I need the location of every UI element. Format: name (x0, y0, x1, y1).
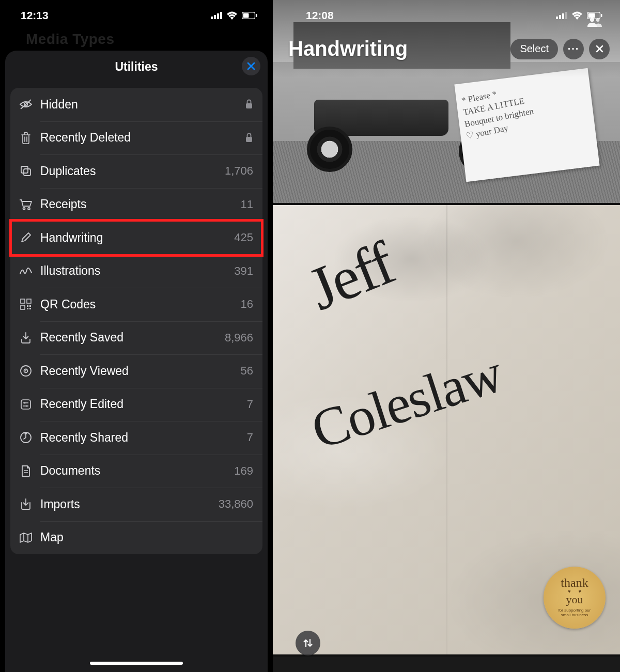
row-count: 16 (241, 298, 253, 311)
utility-row-recently-viewed[interactable]: Recently Viewed56 (10, 354, 262, 388)
svg-point-40 (590, 18, 594, 22)
wifi-icon (226, 11, 238, 20)
cellular-icon (556, 12, 567, 19)
utility-row-hidden[interactable]: Hidden (10, 88, 262, 121)
close-album-button[interactable] (589, 39, 610, 59)
utility-row-duplicates[interactable]: Duplicates1,706 (10, 154, 262, 188)
svg-rect-21 (29, 308, 31, 309)
svg-rect-12 (24, 169, 30, 176)
sort-button[interactable] (296, 631, 320, 655)
svg-rect-20 (27, 308, 28, 309)
sheet-title: Utilities (115, 60, 158, 74)
home-indicator (90, 662, 183, 665)
trash-icon (18, 132, 34, 144)
svg-point-24 (25, 370, 27, 372)
duplicate-icon (18, 165, 34, 177)
more-button[interactable]: ··· (563, 39, 584, 59)
close-icon (247, 62, 255, 70)
svg-rect-9 (246, 103, 252, 108)
battery-icon (242, 12, 257, 19)
row-label: Map (40, 530, 253, 544)
svg-rect-34 (559, 15, 561, 19)
left-screenshot: 12:13 Media Types Utilities HiddenRecent… (0, 0, 273, 672)
photo-column: * Please *TAKE A LITTLEBouquet to bright… (273, 0, 620, 672)
svg-rect-33 (556, 17, 558, 19)
cellular-icon (211, 12, 222, 19)
map-icon (18, 532, 34, 543)
svg-rect-0 (211, 17, 213, 19)
svg-rect-16 (27, 299, 31, 303)
select-button[interactable]: Select (510, 39, 558, 59)
svg-rect-6 (256, 14, 257, 17)
share-clock-icon (18, 431, 34, 444)
sheet-header: Utilities (5, 51, 268, 83)
row-label: Recently Deleted (40, 131, 245, 145)
row-label: Imports (40, 497, 219, 511)
svg-rect-10 (246, 137, 252, 142)
utility-row-handwriting[interactable]: Handwriting425 (10, 221, 262, 255)
status-right (211, 11, 257, 20)
pencil-icon (18, 232, 34, 243)
status-bar: 12:13 (0, 0, 273, 31)
thank-you-sticker: thank ♥ ♥ you for supporting our small b… (544, 567, 606, 629)
utility-row-documents[interactable]: Documents169 (10, 455, 262, 488)
row-count: 169 (234, 464, 253, 478)
row-label: Illustrations (40, 264, 234, 278)
row-label: Recently Saved (40, 331, 225, 345)
row-count: 425 (234, 231, 253, 244)
utility-row-imports[interactable]: Imports33,860 (10, 488, 262, 521)
utility-row-illustrations[interactable]: Illustrations391 (10, 255, 262, 288)
svg-rect-36 (565, 12, 567, 19)
row-count: 7 (247, 431, 253, 444)
row-count: 11 (241, 198, 253, 211)
row-label: Recently Shared (40, 431, 247, 445)
photo-thumbnail-2[interactable]: Jeff Coleslaw thank ♥ ♥ you for supporti… (273, 205, 620, 654)
adjust-icon (18, 399, 34, 410)
download-icon (18, 332, 34, 344)
utility-row-recently-saved[interactable]: Recently Saved8,966 (10, 321, 262, 355)
utility-row-receipts[interactable]: Receipts11 (10, 188, 262, 222)
close-button[interactable] (242, 57, 260, 75)
row-count: 33,860 (219, 497, 253, 511)
album-header: Handwriting Select ··· (288, 37, 610, 60)
status-bar-right: 12:08 (273, 0, 620, 31)
row-count: 56 (241, 364, 253, 378)
lock-icon (245, 99, 253, 110)
row-count: 1,706 (225, 164, 253, 178)
eye-circle-icon (18, 365, 34, 377)
qr-icon (18, 299, 34, 310)
row-label: Handwriting (40, 231, 234, 245)
svg-rect-18 (27, 305, 28, 307)
row-label: Duplicates (40, 164, 225, 178)
utility-row-recently-deleted[interactable]: Recently Deleted (10, 121, 262, 155)
row-count: 391 (234, 264, 253, 278)
import-icon (18, 498, 34, 510)
svg-rect-25 (21, 400, 30, 409)
row-label: Hidden (40, 98, 245, 112)
utilities-sheet: Utilities HiddenRecently DeletedDuplicat… (5, 51, 268, 672)
svg-point-29 (26, 405, 27, 407)
status-time: 12:08 (306, 9, 334, 22)
lock-icon (245, 133, 253, 143)
utility-row-qr-codes[interactable]: QR Codes16 (10, 288, 262, 321)
photo-thumbnail-3[interactable] (273, 657, 620, 672)
svg-rect-3 (220, 12, 222, 19)
row-label: QR Codes (40, 298, 241, 311)
row-label: Receipts (40, 197, 241, 211)
row-label: Documents (40, 464, 234, 478)
ellipsis-icon: ··· (568, 43, 580, 55)
album-title: Handwriting (288, 37, 408, 60)
utility-row-recently-shared[interactable]: Recently Shared7 (10, 421, 262, 455)
svg-point-13 (23, 208, 25, 210)
cart-icon (18, 199, 34, 210)
svg-line-8 (21, 100, 31, 109)
row-count: 7 (247, 398, 253, 411)
svg-point-41 (596, 18, 600, 22)
status-time: 12:13 (21, 9, 49, 22)
utility-row-map[interactable]: Map (10, 521, 262, 555)
utility-row-recently-edited[interactable]: Recently Edited7 (10, 388, 262, 421)
shared-library-icon[interactable] (587, 17, 602, 27)
svg-rect-11 (21, 166, 28, 173)
svg-rect-19 (29, 305, 31, 307)
svg-rect-2 (217, 13, 219, 19)
